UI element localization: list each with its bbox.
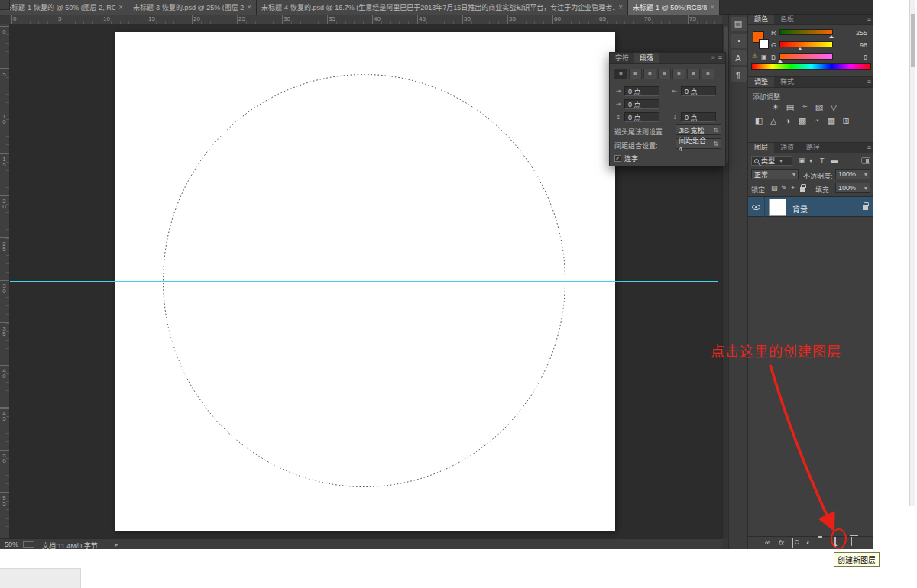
tab-adjustments[interactable]: 调整	[748, 77, 774, 87]
tab-character[interactable]: 字符	[610, 53, 634, 63]
layer-thumbnail[interactable]	[769, 199, 786, 216]
color-balance-icon[interactable]: △	[767, 115, 779, 126]
justify-all-icon[interactable]: ≡	[702, 69, 714, 79]
lock-position-icon[interactable]: +	[791, 184, 795, 192]
lock-transparency-icon[interactable]: ▨	[771, 184, 778, 192]
photo-filter-icon[interactable]: ▩	[796, 115, 808, 126]
new-adjustment-layer-icon[interactable]: ◐	[806, 539, 811, 547]
lock-pixels-icon[interactable]: ✎	[781, 184, 787, 192]
channel-mixer-icon[interactable]: ◔	[811, 115, 823, 126]
levels-icon[interactable]: ▤	[784, 102, 796, 112]
browser-scrollbar[interactable]	[909, 0, 915, 506]
green-slider[interactable]	[779, 41, 833, 47]
filter-shape-layers-icon[interactable]: ▬	[831, 157, 838, 164]
filter-pixel-layers-icon[interactable]: ▣	[799, 157, 805, 164]
panel-menu-icon[interactable]: ≡	[867, 144, 871, 151]
link-layers-icon[interactable]: ∞	[765, 539, 770, 547]
blend-mode-dropdown[interactable]: 正常 ▾	[751, 169, 799, 179]
layer-style-icon[interactable]: fx	[779, 539, 784, 547]
black-white-icon[interactable]: ◑	[782, 115, 794, 126]
checkbox-checked-icon[interactable]: ✓	[614, 155, 621, 162]
filter-adjustment-layers-icon[interactable]: ◐	[809, 157, 813, 164]
panels-icon[interactable]: ▤	[731, 17, 747, 31]
layer-name[interactable]: 背景	[792, 203, 808, 215]
guide-vertical[interactable]	[365, 32, 365, 538]
status-bar: 50% 文档:11.4M/0 字节 ▸	[0, 538, 722, 549]
tab-paragraph[interactable]: 段落	[634, 53, 659, 63]
justify-last-right-icon[interactable]: ≡	[687, 69, 700, 79]
scrollbar-thumb[interactable]	[911, 14, 915, 67]
kinsoku-dropdown[interactable]: JIS 宽松 ⇅	[676, 124, 721, 135]
fill-dropdown[interactable]: 100% ▾	[835, 183, 870, 193]
chevron-down-icon: ▾	[779, 157, 783, 164]
blue-slider[interactable]	[779, 53, 833, 60]
color-spectrum-bar[interactable]	[751, 63, 871, 70]
tab-paths[interactable]: 路径	[800, 143, 826, 153]
indent-right-input[interactable]: 0 点	[681, 86, 716, 96]
guide-horizontal[interactable]	[10, 281, 718, 282]
justify-last-left-icon[interactable]: ≡	[658, 69, 671, 79]
document-tab[interactable]: 未标题-1-恢复的 @ 50% (图层 2, RGB/... ×	[0, 0, 128, 15]
delete-layer-icon[interactable]	[851, 538, 852, 545]
red-slider[interactable]	[779, 29, 833, 35]
visibility-cell[interactable]	[748, 197, 765, 218]
add-mask-icon[interactable]	[792, 539, 793, 547]
close-icon[interactable]: ×	[118, 1, 123, 15]
lock-all-icon[interactable]	[800, 187, 805, 192]
document-tab[interactable]: 未标题-4-恢复的.psd @ 16.7% (生意经是阿里巴巴于2013年7月1…	[257, 0, 628, 15]
history-panel-icon[interactable]: ◔	[731, 34, 747, 48]
brightness-contrast-icon[interactable]: ☀	[770, 102, 782, 112]
layer-filter-type-dropdown[interactable]: 类型 ▾	[751, 156, 792, 166]
lock-label: 锁定:	[751, 185, 767, 195]
ruler-origin-corner[interactable]	[0, 0, 10, 10]
vibrance-icon[interactable]: ▽	[828, 102, 840, 112]
panel-menu-icon[interactable]: ≡	[867, 78, 871, 86]
blue-value[interactable]: 0	[841, 53, 867, 61]
color-lookup-icon[interactable]: ▦	[825, 115, 838, 126]
zoom-level[interactable]: 50%	[5, 541, 18, 548]
blue-slider-thumb[interactable]	[778, 60, 783, 63]
indent-left-input[interactable]: 0 点	[624, 86, 659, 96]
filter-type-layers-icon[interactable]: T	[820, 157, 825, 164]
tab-channels[interactable]: 通道	[774, 143, 800, 153]
paragraph-panel-icon[interactable]: ¶	[731, 67, 747, 82]
document-tab-active[interactable]: 未标题-1 @ 50%(RGB/8) * ×	[628, 0, 720, 15]
alignment-buttons: ≡ ≡ ≡ ≡ ≡ ≡ ≡	[614, 69, 714, 79]
tab-color[interactable]: 颜色	[748, 15, 774, 24]
green-slider-thumb[interactable]	[798, 47, 802, 50]
first-line-indent-input[interactable]: 0 点	[624, 99, 659, 109]
collapse-panel-icon[interactable]: »	[711, 53, 715, 61]
opacity-dropdown[interactable]: 100% ▾	[835, 169, 870, 179]
hue-saturation-icon[interactable]: ◧	[753, 115, 765, 126]
panel-menu-icon[interactable]: ≡	[867, 15, 871, 23]
align-right-icon[interactable]: ≡	[643, 69, 656, 79]
layers-panel-footer: ∞ fx ◐	[748, 536, 874, 549]
character-panel-icon[interactable]: A	[731, 50, 747, 65]
align-left-icon[interactable]: ≡	[614, 69, 627, 79]
exposure-icon[interactable]: ▧	[813, 102, 825, 112]
panel-menu-icon[interactable]: ≡	[718, 53, 722, 61]
ruler-vertical[interactable]: 0510152025303540455055	[0, 24, 10, 538]
close-icon[interactable]: ×	[618, 1, 623, 15]
space-before-input[interactable]: 0 点	[624, 112, 659, 122]
background-color-swatch[interactable]	[759, 39, 769, 49]
invert-icon[interactable]: ⊞	[840, 115, 852, 126]
space-after-input[interactable]: 0 点	[681, 112, 716, 122]
tab-swatches[interactable]: 色板	[774, 15, 800, 24]
align-center-icon[interactable]: ≡	[629, 69, 642, 79]
close-icon[interactable]: ×	[710, 1, 714, 15]
justify-last-center-icon[interactable]: ≡	[672, 69, 685, 79]
ruler-horizontal[interactable]: 051015202530354045505560657075	[10, 15, 722, 24]
green-value[interactable]: 98	[841, 41, 867, 49]
red-value[interactable]: 255	[841, 29, 867, 37]
status-flyout-icon[interactable]: ▸	[115, 541, 118, 548]
filter-toggle-icon[interactable]	[861, 157, 870, 164]
mojikumi-dropdown[interactable]: 间距组合 4 ⇅	[676, 138, 721, 149]
red-slider-thumb[interactable]	[829, 35, 834, 38]
layer-row-background[interactable]: 背景	[748, 196, 874, 217]
document-tab[interactable]: 未标题-3-恢复的.psd @ 25% (图层 2, RGB/... ×	[128, 0, 257, 15]
curves-icon[interactable]: ≈	[799, 102, 811, 112]
tab-styles[interactable]: 样式	[774, 77, 800, 87]
close-icon[interactable]: ×	[247, 1, 251, 15]
tab-layers[interactable]: 图层	[748, 143, 774, 153]
